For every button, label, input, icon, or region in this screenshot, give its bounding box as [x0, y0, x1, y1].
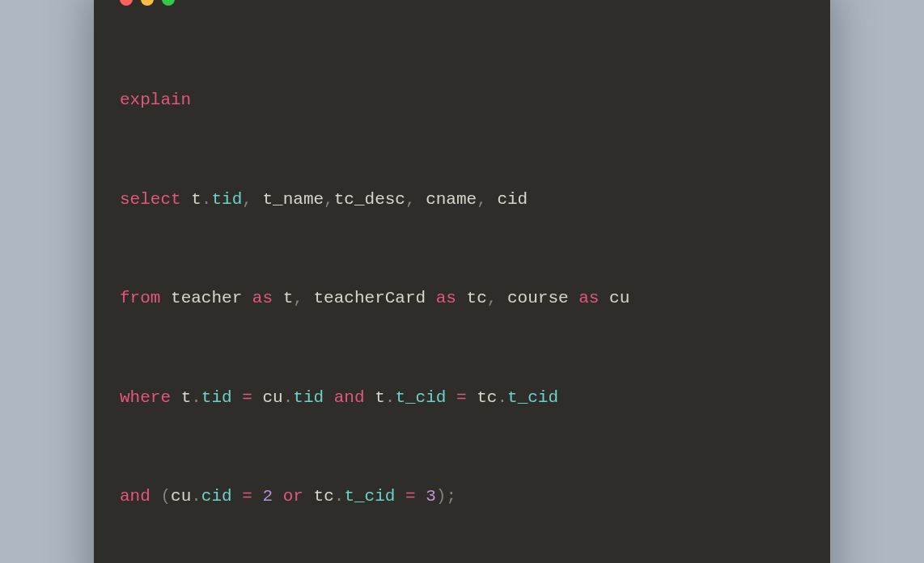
close-icon[interactable]	[120, 0, 133, 6]
operator-eq: =	[405, 487, 416, 506]
identifier: cid	[497, 190, 528, 209]
operator-eq: =	[242, 388, 252, 407]
keyword-or: or	[283, 487, 303, 506]
identifier: teacherCard	[314, 289, 426, 307]
punctuation: ,	[242, 190, 252, 209]
keyword-select: select	[120, 190, 181, 209]
identifier: tc	[467, 289, 487, 307]
punctuation: ,	[405, 190, 416, 209]
keyword-and: and	[334, 388, 365, 407]
property: tid	[293, 388, 324, 407]
keyword-explain: explain	[120, 91, 191, 109]
property: t_cid	[507, 388, 558, 407]
punctuation: .	[191, 388, 201, 407]
punctuation: .	[191, 487, 201, 506]
identifier: t	[375, 388, 385, 407]
number: 2	[263, 487, 273, 506]
punctuation: ,	[477, 190, 487, 209]
property: cid	[201, 487, 232, 506]
minimize-icon[interactable]	[141, 0, 154, 6]
code-block: explain select t.tid, t_name,tc_desc, cn…	[120, 36, 804, 561]
punctuation: .	[283, 388, 294, 407]
keyword-as: as	[436, 289, 456, 307]
punctuation: ;	[446, 487, 456, 506]
identifier: tc	[314, 487, 334, 506]
identifier: teacher	[171, 289, 242, 307]
property: tid	[201, 388, 232, 407]
punctuation: .	[334, 487, 345, 506]
identifier: cname	[426, 190, 477, 209]
punctuation: ,	[487, 289, 498, 307]
keyword-as: as	[579, 289, 599, 307]
identifier: t_name	[262, 190, 324, 209]
punctuation: ,	[293, 289, 303, 307]
code-line-3: from teacher as t, teacherCard as tc, co…	[120, 286, 804, 311]
traffic-lights	[120, 0, 804, 6]
keyword-from: from	[120, 289, 160, 307]
property: t_cid	[395, 388, 446, 407]
operator-eq: =	[456, 388, 467, 407]
code-line-4: where t.tid = cu.tid and t.t_cid = tc.t_…	[120, 385, 804, 411]
punctuation: .	[497, 388, 507, 407]
identifier: tc	[477, 388, 497, 407]
identifier: cu	[171, 487, 191, 506]
code-line-1: explain	[120, 87, 804, 113]
punctuation: .	[201, 190, 212, 209]
identifier: tc_desc	[334, 190, 405, 209]
identifier: t	[191, 190, 201, 209]
code-line-5: and (cu.cid = 2 or tc.t_cid = 3);	[120, 484, 804, 510]
punctuation: ,	[324, 190, 334, 209]
keyword-where: where	[120, 388, 171, 407]
punctuation: (	[160, 487, 171, 506]
property: tid	[211, 190, 242, 209]
punctuation: .	[385, 388, 396, 407]
number: 3	[426, 487, 436, 506]
code-line-2: select t.tid, t_name,tc_desc, cname, cid	[120, 187, 804, 213]
code-window: explain select t.tid, t_name,tc_desc, cn…	[94, 0, 830, 563]
identifier: t	[283, 289, 294, 307]
identifier: cu	[609, 289, 629, 307]
operator-eq: =	[242, 487, 252, 506]
keyword-as: as	[252, 289, 273, 307]
keyword-and: and	[120, 487, 150, 506]
property: t_cid	[344, 487, 395, 506]
identifier: course	[507, 289, 569, 307]
identifier: cu	[262, 388, 282, 407]
identifier: t	[181, 388, 192, 407]
maximize-icon[interactable]	[162, 0, 175, 6]
punctuation: )	[436, 487, 447, 506]
